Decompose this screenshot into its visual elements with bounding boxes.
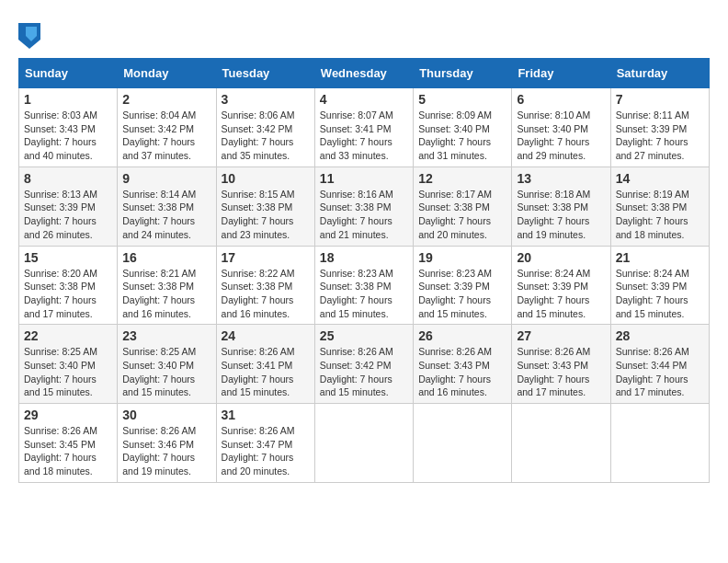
day-number: 21 bbox=[616, 250, 704, 265]
calendar-cell: 29 Sunrise: 8:26 AM Sunset: 3:45 PM Dayl… bbox=[19, 404, 118, 483]
calendar-header-friday: Friday bbox=[512, 59, 610, 88]
logo-icon bbox=[18, 23, 40, 49]
day-info: Sunrise: 8:24 AM Sunset: 3:39 PM Dayligh… bbox=[517, 267, 605, 321]
calendar-week-2: 8 Sunrise: 8:13 AM Sunset: 3:39 PM Dayli… bbox=[19, 167, 710, 246]
calendar-cell: 31 Sunrise: 8:26 AM Sunset: 3:47 PM Dayl… bbox=[216, 404, 314, 483]
day-number: 1 bbox=[24, 92, 112, 107]
calendar-cell: 17 Sunrise: 8:22 AM Sunset: 3:38 PM Dayl… bbox=[216, 246, 314, 325]
calendar-cell: 22 Sunrise: 8:25 AM Sunset: 3:40 PM Dayl… bbox=[19, 325, 118, 404]
calendar-cell: 3 Sunrise: 8:06 AM Sunset: 3:42 PM Dayli… bbox=[216, 88, 314, 167]
calendar-cell bbox=[314, 404, 413, 483]
day-info: Sunrise: 8:26 AM Sunset: 3:46 PM Dayligh… bbox=[122, 424, 210, 478]
day-info: Sunrise: 8:23 AM Sunset: 3:39 PM Dayligh… bbox=[418, 267, 506, 321]
day-number: 10 bbox=[222, 171, 310, 186]
day-number: 6 bbox=[517, 92, 605, 107]
calendar-week-1: 1 Sunrise: 8:03 AM Sunset: 3:43 PM Dayli… bbox=[19, 88, 710, 167]
calendar-cell bbox=[610, 404, 709, 483]
day-number: 30 bbox=[122, 408, 210, 422]
day-info: Sunrise: 8:07 AM Sunset: 3:41 PM Dayligh… bbox=[320, 109, 408, 163]
calendar-cell: 2 Sunrise: 8:04 AM Sunset: 3:42 PM Dayli… bbox=[118, 88, 216, 167]
day-number: 15 bbox=[24, 250, 112, 265]
day-info: Sunrise: 8:17 AM Sunset: 3:38 PM Dayligh… bbox=[418, 188, 506, 242]
calendar-cell: 30 Sunrise: 8:26 AM Sunset: 3:46 PM Dayl… bbox=[118, 404, 216, 483]
day-info: Sunrise: 8:25 AM Sunset: 3:40 PM Dayligh… bbox=[24, 345, 112, 399]
header bbox=[18, 18, 710, 49]
day-info: Sunrise: 8:04 AM Sunset: 3:42 PM Dayligh… bbox=[122, 109, 210, 163]
day-number: 8 bbox=[24, 171, 112, 186]
day-number: 26 bbox=[418, 328, 506, 343]
calendar-cell: 12 Sunrise: 8:17 AM Sunset: 3:38 PM Dayl… bbox=[414, 167, 512, 246]
day-number: 25 bbox=[320, 328, 408, 343]
day-info: Sunrise: 8:26 AM Sunset: 3:44 PM Dayligh… bbox=[616, 345, 704, 399]
calendar-cell: 7 Sunrise: 8:11 AM Sunset: 3:39 PM Dayli… bbox=[610, 88, 709, 167]
day-info: Sunrise: 8:21 AM Sunset: 3:38 PM Dayligh… bbox=[122, 267, 210, 321]
calendar-header-monday: Monday bbox=[118, 59, 216, 88]
day-info: Sunrise: 8:16 AM Sunset: 3:38 PM Dayligh… bbox=[320, 188, 408, 242]
day-info: Sunrise: 8:14 AM Sunset: 3:38 PM Dayligh… bbox=[122, 188, 210, 242]
day-number: 14 bbox=[616, 171, 704, 186]
day-number: 19 bbox=[418, 250, 506, 265]
day-info: Sunrise: 8:24 AM Sunset: 3:39 PM Dayligh… bbox=[616, 267, 704, 321]
day-number: 13 bbox=[517, 171, 605, 186]
day-info: Sunrise: 8:15 AM Sunset: 3:38 PM Dayligh… bbox=[222, 188, 310, 242]
day-number: 12 bbox=[418, 171, 506, 186]
calendar-cell: 9 Sunrise: 8:14 AM Sunset: 3:38 PM Dayli… bbox=[118, 167, 216, 246]
day-info: Sunrise: 8:10 AM Sunset: 3:40 PM Dayligh… bbox=[517, 109, 605, 163]
day-number: 23 bbox=[122, 328, 210, 343]
calendar-header-saturday: Saturday bbox=[610, 59, 709, 88]
day-info: Sunrise: 8:26 AM Sunset: 3:41 PM Dayligh… bbox=[222, 345, 310, 399]
calendar-cell: 16 Sunrise: 8:21 AM Sunset: 3:38 PM Dayl… bbox=[118, 246, 216, 325]
calendar-week-5: 29 Sunrise: 8:26 AM Sunset: 3:45 PM Dayl… bbox=[19, 404, 710, 483]
day-info: Sunrise: 8:09 AM Sunset: 3:40 PM Dayligh… bbox=[418, 109, 506, 163]
day-number: 3 bbox=[222, 92, 310, 107]
day-number: 29 bbox=[24, 408, 112, 422]
calendar-cell: 27 Sunrise: 8:26 AM Sunset: 3:43 PM Dayl… bbox=[512, 325, 610, 404]
day-info: Sunrise: 8:19 AM Sunset: 3:38 PM Dayligh… bbox=[616, 188, 704, 242]
day-info: Sunrise: 8:22 AM Sunset: 3:38 PM Dayligh… bbox=[222, 267, 310, 321]
day-info: Sunrise: 8:26 AM Sunset: 3:43 PM Dayligh… bbox=[418, 345, 506, 399]
day-info: Sunrise: 8:20 AM Sunset: 3:38 PM Dayligh… bbox=[24, 267, 112, 321]
calendar-cell: 1 Sunrise: 8:03 AM Sunset: 3:43 PM Dayli… bbox=[19, 88, 118, 167]
day-number: 4 bbox=[320, 92, 408, 107]
day-info: Sunrise: 8:26 AM Sunset: 3:47 PM Dayligh… bbox=[222, 424, 310, 478]
day-info: Sunrise: 8:26 AM Sunset: 3:42 PM Dayligh… bbox=[320, 345, 408, 399]
calendar-header-row: SundayMondayTuesdayWednesdayThursdayFrid… bbox=[19, 59, 710, 88]
calendar-cell: 19 Sunrise: 8:23 AM Sunset: 3:39 PM Dayl… bbox=[414, 246, 512, 325]
day-info: Sunrise: 8:18 AM Sunset: 3:38 PM Dayligh… bbox=[517, 188, 605, 242]
calendar-cell: 23 Sunrise: 8:25 AM Sunset: 3:40 PM Dayl… bbox=[118, 325, 216, 404]
day-number: 5 bbox=[418, 92, 506, 107]
day-number: 17 bbox=[222, 250, 310, 265]
day-number: 9 bbox=[122, 171, 210, 186]
day-number: 28 bbox=[616, 328, 704, 343]
calendar-cell bbox=[512, 404, 610, 483]
day-info: Sunrise: 8:26 AM Sunset: 3:45 PM Dayligh… bbox=[24, 424, 112, 478]
day-info: Sunrise: 8:11 AM Sunset: 3:39 PM Dayligh… bbox=[616, 109, 704, 163]
day-info: Sunrise: 8:13 AM Sunset: 3:39 PM Dayligh… bbox=[24, 188, 112, 242]
day-number: 18 bbox=[320, 250, 408, 265]
day-number: 24 bbox=[222, 328, 310, 343]
day-info: Sunrise: 8:23 AM Sunset: 3:38 PM Dayligh… bbox=[320, 267, 408, 321]
day-number: 7 bbox=[616, 92, 704, 107]
calendar-cell: 5 Sunrise: 8:09 AM Sunset: 3:40 PM Dayli… bbox=[414, 88, 512, 167]
day-number: 20 bbox=[517, 250, 605, 265]
day-info: Sunrise: 8:25 AM Sunset: 3:40 PM Dayligh… bbox=[122, 345, 210, 399]
calendar-week-3: 15 Sunrise: 8:20 AM Sunset: 3:38 PM Dayl… bbox=[19, 246, 710, 325]
calendar-cell: 14 Sunrise: 8:19 AM Sunset: 3:38 PM Dayl… bbox=[610, 167, 709, 246]
day-number: 16 bbox=[122, 250, 210, 265]
calendar-cell: 25 Sunrise: 8:26 AM Sunset: 3:42 PM Dayl… bbox=[314, 325, 413, 404]
day-info: Sunrise: 8:26 AM Sunset: 3:43 PM Dayligh… bbox=[517, 345, 605, 399]
day-number: 22 bbox=[24, 328, 112, 343]
day-number: 31 bbox=[222, 408, 310, 422]
calendar-header-wednesday: Wednesday bbox=[314, 59, 413, 88]
calendar-header-tuesday: Tuesday bbox=[216, 59, 314, 88]
calendar-header-thursday: Thursday bbox=[414, 59, 512, 88]
calendar-cell: 6 Sunrise: 8:10 AM Sunset: 3:40 PM Dayli… bbox=[512, 88, 610, 167]
day-number: 27 bbox=[517, 328, 605, 343]
calendar-cell: 28 Sunrise: 8:26 AM Sunset: 3:44 PM Dayl… bbox=[610, 325, 709, 404]
calendar-cell: 11 Sunrise: 8:16 AM Sunset: 3:38 PM Dayl… bbox=[314, 167, 413, 246]
day-number: 2 bbox=[122, 92, 210, 107]
day-info: Sunrise: 8:06 AM Sunset: 3:42 PM Dayligh… bbox=[222, 109, 310, 163]
calendar-cell: 10 Sunrise: 8:15 AM Sunset: 3:38 PM Dayl… bbox=[216, 167, 314, 246]
calendar-cell: 8 Sunrise: 8:13 AM Sunset: 3:39 PM Dayli… bbox=[19, 167, 118, 246]
logo bbox=[18, 23, 44, 49]
